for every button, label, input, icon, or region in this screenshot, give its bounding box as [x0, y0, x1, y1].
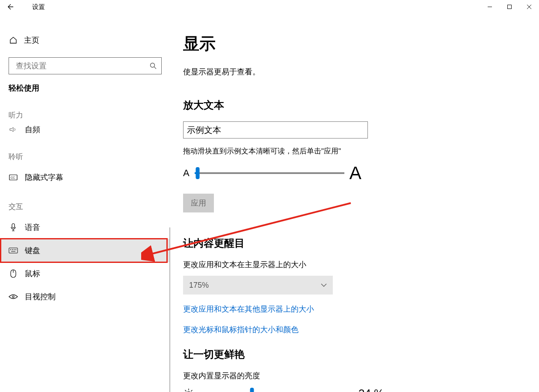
maximize-button[interactable] [500, 0, 519, 14]
search-box[interactable] [9, 57, 162, 74]
slider-thumb[interactable] [250, 388, 254, 392]
brightness-row: 34 % [183, 387, 539, 392]
link-cursor-pointer[interactable]: 更改光标和鼠标指针的大小和颜色 [183, 324, 539, 335]
home-icon [9, 36, 18, 44]
slider-thumb[interactable] [195, 167, 199, 179]
sidebar-item-label: 语音 [25, 222, 40, 233]
microphone-icon [9, 223, 18, 232]
big-a-label: A [349, 163, 361, 183]
captions-icon: CC [9, 174, 18, 180]
svg-line-26 [191, 390, 192, 391]
minimize-button[interactable] [480, 0, 500, 14]
keyboard-icon [9, 248, 18, 253]
change-main-size-label: 更改应用和文本在主显示器上的大小 [183, 259, 539, 270]
home-item[interactable]: 主页 [0, 31, 170, 50]
small-a-label: A [183, 168, 190, 179]
brightness-icon [183, 388, 194, 392]
svg-point-12 [14, 249, 14, 250]
text-size-slider[interactable] [195, 172, 344, 174]
eye-icon [9, 294, 18, 300]
page-title: 显示 [183, 33, 539, 55]
arrow-left-icon [6, 3, 14, 11]
svg-point-4 [151, 63, 155, 68]
back-button[interactable] [0, 0, 19, 14]
sidebar: 主页 轻松使用 听力 自頻 聆听 CC 隐藏式字幕 交互 语音 [0, 14, 170, 392]
sidebar-item-label: 鼠标 [25, 268, 40, 279]
brightness-label: 更改内置显示器的亮度 [183, 371, 539, 381]
chevron-down-icon [321, 283, 327, 287]
sidebar-item-label: 隐藏式字幕 [25, 172, 63, 183]
sidebar-item-mouse[interactable]: 鼠标 [0, 262, 170, 285]
sidebar-item-audio[interactable]: 自頻 [0, 124, 170, 139]
dropdown-value: 175% [189, 281, 209, 290]
search-icon [149, 62, 157, 70]
svg-rect-8 [12, 224, 15, 228]
svg-point-11 [12, 249, 12, 250]
apply-button[interactable]: 应用 [183, 194, 214, 212]
group-listen: 聆听 [0, 139, 170, 166]
section-label: 轻松使用 [0, 74, 170, 97]
group-interact: 交互 [0, 189, 170, 216]
page-description: 使显示器更易于查看。 [183, 67, 539, 77]
scale-dropdown[interactable]: 175% [183, 276, 333, 295]
svg-rect-1 [508, 5, 512, 9]
sidebar-item-label: 目视控制 [25, 292, 56, 302]
mouse-icon [9, 269, 18, 278]
sidebar-item-label: 自頻 [25, 124, 40, 135]
sidebar-item-keyboard[interactable]: 键盘 [0, 239, 170, 262]
slider-hint: 拖动滑块直到示例文本清晰可读，然后单击"应用" [183, 146, 539, 156]
home-label: 主页 [24, 35, 39, 45]
audio-icon [9, 127, 18, 133]
brightness-value: 34 % [358, 387, 384, 392]
section-text-bigger: 放大文本 [183, 98, 539, 112]
section-vivid: 让一切更鲜艳 [183, 348, 539, 361]
svg-point-10 [10, 249, 11, 250]
svg-point-17 [12, 296, 14, 298]
search-input[interactable] [16, 62, 149, 71]
section-bolder: 让内容更醒目 [183, 236, 539, 250]
link-other-displays[interactable]: 更改应用和文本在其他显示器上的大小 [183, 304, 539, 314]
window-title: 设置 [32, 3, 45, 11]
svg-line-5 [154, 67, 157, 69]
svg-text:CC: CC [11, 176, 15, 179]
text-size-slider-row: A A [183, 163, 539, 183]
svg-line-23 [185, 390, 187, 391]
sidebar-item-eye-control[interactable]: 目视控制 [0, 285, 170, 308]
title-bar: 设置 [0, 0, 539, 14]
svg-point-13 [15, 249, 16, 250]
sidebar-item-captions[interactable]: CC 隐藏式字幕 [0, 166, 170, 189]
sidebar-item-label: 键盘 [25, 245, 40, 256]
window-controls [480, 0, 539, 14]
sample-text: 示例文本 [187, 124, 221, 136]
svg-rect-9 [9, 248, 18, 253]
sample-text-box: 示例文本 [183, 121, 368, 139]
group-hearing: 听力 [0, 97, 170, 124]
main-content: 显示 使显示器更易于查看。 放大文本 示例文本 拖动滑块直到示例文本清晰可读，然… [170, 14, 539, 392]
close-button[interactable] [519, 0, 539, 14]
sidebar-item-speech[interactable]: 语音 [0, 216, 170, 239]
